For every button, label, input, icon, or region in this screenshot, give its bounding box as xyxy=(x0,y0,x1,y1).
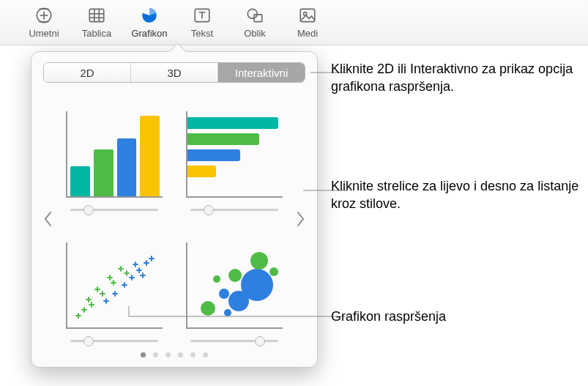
next-style-arrow[interactable] xyxy=(292,206,308,232)
shape-icon xyxy=(244,4,266,26)
toolbar: Umetni Tablica Grafikon Tekst Oblik Medi xyxy=(0,0,588,45)
style-slider[interactable] xyxy=(190,207,278,212)
tab-interactive[interactable]: Interaktivni xyxy=(218,63,305,82)
page-dots[interactable] xyxy=(43,352,305,357)
page-dot[interactable] xyxy=(141,352,146,357)
svg-rect-15 xyxy=(300,9,315,21)
chart-style-scatter[interactable] xyxy=(62,226,166,344)
svg-point-25 xyxy=(224,309,231,316)
page-dot[interactable] xyxy=(203,352,208,357)
chart-styles-area xyxy=(43,94,305,344)
svg-point-23 xyxy=(250,252,268,270)
callout-tabs: Kliknite 2D ili Interaktivno za prikaz o… xyxy=(331,60,580,96)
chart-style-column[interactable] xyxy=(62,94,166,212)
style-slider[interactable] xyxy=(190,338,278,344)
scatter-chart-icon xyxy=(66,242,163,329)
toolbar-label: Umetni xyxy=(29,28,59,39)
toolbar-insert[interactable]: Umetni xyxy=(18,4,70,39)
toolbar-table[interactable]: Tablica xyxy=(70,4,123,39)
style-slider[interactable] xyxy=(70,338,158,344)
toolbar-shape[interactable]: Oblik xyxy=(228,4,281,39)
toolbar-label: Grafikon xyxy=(131,28,167,39)
prev-style-arrow[interactable] xyxy=(40,206,56,232)
page-dot[interactable] xyxy=(178,352,183,357)
svg-point-18 xyxy=(219,289,229,299)
toolbar-media[interactable]: Medi xyxy=(281,4,334,39)
callout-scatter: Grafikon raspršenja xyxy=(331,308,446,325)
tab-3d[interactable]: 3D xyxy=(131,63,218,82)
toolbar-text[interactable]: Tekst xyxy=(176,4,228,39)
svg-rect-5 xyxy=(89,9,104,21)
chart-style-bubble[interactable] xyxy=(182,226,286,344)
toolbar-chart[interactable]: Grafikon xyxy=(123,4,176,39)
page-dot[interactable] xyxy=(165,352,171,357)
table-icon xyxy=(86,4,108,26)
insert-icon xyxy=(33,4,55,26)
svg-point-13 xyxy=(248,9,257,18)
chart-popover: 2D 3D Interaktivni xyxy=(31,51,318,368)
bar-chart-icon xyxy=(186,111,283,198)
svg-point-21 xyxy=(228,269,242,282)
page-dot[interactable] xyxy=(153,352,158,357)
chart-style-bar[interactable] xyxy=(182,94,286,212)
chart-type-tabs: 2D 3D Interaktivni xyxy=(43,62,305,83)
text-icon xyxy=(191,4,213,26)
tab-2d[interactable]: 2D xyxy=(44,63,131,82)
media-icon xyxy=(297,4,319,26)
toolbar-label: Tekst xyxy=(191,28,213,39)
callout-arrows: Kliknite strelice za lijevo i desno za l… xyxy=(331,177,580,213)
style-slider[interactable] xyxy=(70,207,158,212)
svg-point-24 xyxy=(269,267,278,276)
toolbar-label: Tablica xyxy=(82,28,111,39)
bubble-chart-icon xyxy=(186,242,283,329)
chart-icon xyxy=(138,4,160,26)
svg-point-19 xyxy=(213,275,220,283)
toolbar-label: Oblik xyxy=(244,28,266,39)
page-dot[interactable] xyxy=(190,352,196,357)
column-chart-icon xyxy=(66,111,163,198)
svg-point-22 xyxy=(241,269,273,301)
svg-point-17 xyxy=(201,301,215,316)
toolbar-label: Medi xyxy=(297,28,318,39)
